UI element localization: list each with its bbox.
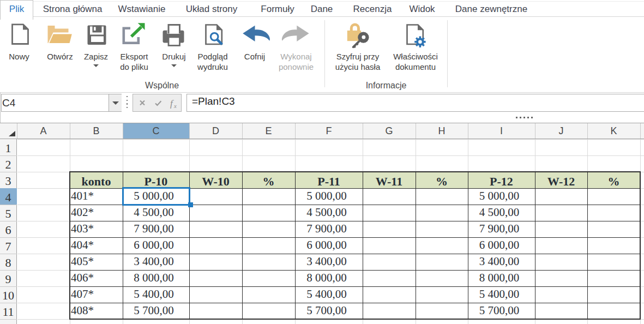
svg-text:x: x [173,103,177,109]
svg-text:f: f [170,98,174,109]
